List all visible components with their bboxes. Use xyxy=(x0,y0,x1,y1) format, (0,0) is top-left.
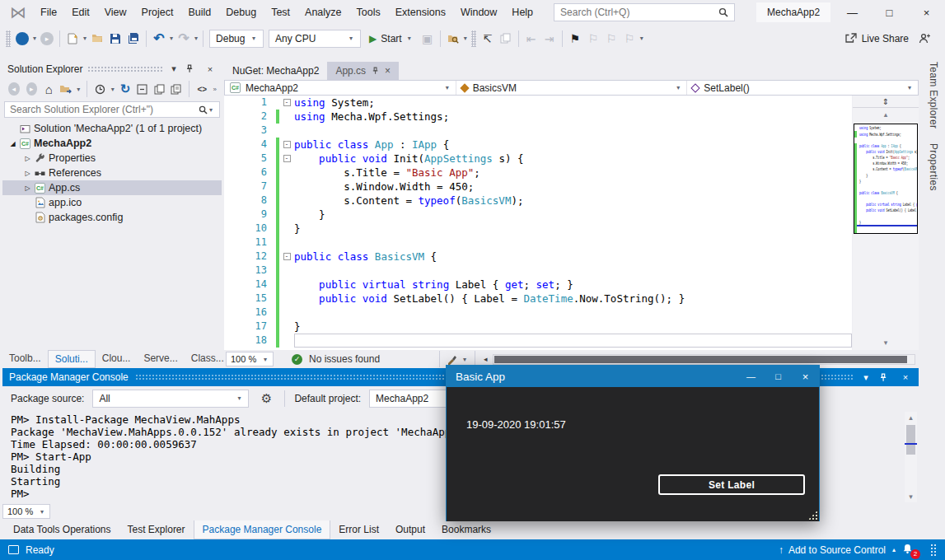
navigate-back-icon[interactable]: ◂ xyxy=(16,32,29,45)
menu-window[interactable]: Window xyxy=(453,2,504,23)
new-project-icon[interactable] xyxy=(63,30,82,48)
tree-item-app-cs[interactable]: ▷C#App.cs xyxy=(2,180,222,195)
dropdown-caret-icon[interactable]: ▾ xyxy=(193,35,199,42)
scrollbar-thumb[interactable] xyxy=(906,425,915,455)
code-text[interactable]: using Mecha.Wpf.Settings; xyxy=(294,110,852,124)
menu-debug[interactable]: Debug xyxy=(218,2,264,23)
code-text[interactable] xyxy=(294,264,852,278)
menu-build[interactable]: Build xyxy=(180,2,218,23)
toolbar-overflow-icon[interactable]: » xyxy=(212,86,218,93)
clear-bookmarks-icon[interactable]: ⚐ xyxy=(620,30,639,48)
code-line-10[interactable]: 10} xyxy=(224,222,852,236)
menu-view[interactable]: View xyxy=(97,2,134,23)
code-line-8[interactable]: 8 s.Content = typeof(BasicsVM); xyxy=(224,194,852,208)
code-editor[interactable]: 1-using System;2using Mecha.Wpf.Settings… xyxy=(224,96,852,350)
quick-search-input[interactable]: Search (Ctrl+Q) xyxy=(554,3,735,21)
code-line-3[interactable]: 3 xyxy=(224,124,852,138)
code-text[interactable]: } xyxy=(294,208,852,222)
fold-collapse-icon[interactable]: - xyxy=(283,155,291,162)
pending-changes-filter-icon[interactable] xyxy=(92,80,108,98)
increase-indent-icon[interactable]: ⇥ xyxy=(540,30,559,48)
code-text[interactable]: } xyxy=(294,222,852,236)
close-button[interactable]: × xyxy=(908,0,945,25)
close-button[interactable]: × xyxy=(792,366,819,387)
code-line-17[interactable]: 17} xyxy=(224,320,852,334)
se-back-icon[interactable]: ◂ xyxy=(8,82,20,96)
window-position-caret-icon[interactable]: ▾ xyxy=(167,63,180,74)
code-text[interactable]: } xyxy=(294,320,852,334)
tab-properties[interactable]: Properties xyxy=(928,143,939,191)
add-to-source-control-button[interactable]: Add to Source Control xyxy=(788,544,886,556)
collapsed-expander-icon[interactable]: ▷ xyxy=(22,170,33,177)
code-line-1[interactable]: 1-using System; xyxy=(224,96,852,110)
basic-app-title-bar[interactable]: Basic App — □ × xyxy=(447,366,819,387)
editor-split-handle[interactable]: ⇕ xyxy=(853,96,919,108)
notifications-bell-icon[interactable]: 2 xyxy=(902,544,917,557)
code-text[interactable]: s.Content = typeof(BasicsVM); xyxy=(294,194,852,208)
menu-file[interactable]: File xyxy=(33,2,64,23)
navigate-forward-icon[interactable]: ▸ xyxy=(40,32,54,45)
pin-icon[interactable] xyxy=(372,67,379,75)
code-line-13[interactable]: 13 xyxy=(224,264,852,278)
feedback-person-icon[interactable] xyxy=(915,30,933,48)
collapsed-expander-icon[interactable]: ▷ xyxy=(22,155,33,162)
decrease-indent-icon[interactable]: ⇤ xyxy=(522,30,540,48)
code-line-4[interactable]: 4-public class App : IApp { xyxy=(224,138,852,152)
code-line-2[interactable]: 2using Mecha.Wpf.Settings; xyxy=(224,110,852,124)
minimize-button[interactable]: — xyxy=(737,366,765,387)
package-source-dropdown[interactable]: All▾ xyxy=(92,390,249,408)
dropdown-caret-icon[interactable]: ▾ xyxy=(168,35,175,42)
attach-to-process-icon[interactable]: ▣ xyxy=(419,30,437,48)
editor-horizontal-scrollbar[interactable] xyxy=(493,354,915,365)
editor-scrollbar-column[interactable]: ⇕ ▴ using System;using Mecha.Wpf.Setting… xyxy=(853,96,919,350)
code-text[interactable]: public virtual string Label { get; set; … xyxy=(294,278,852,292)
code-text[interactable]: s.Window.Width = 450; xyxy=(294,180,852,194)
se-tab-soluti[interactable]: Soluti... xyxy=(48,350,96,368)
resize-grip[interactable] xyxy=(930,544,937,557)
code-text[interactable]: using System; xyxy=(294,96,852,110)
panel-tab-data-tools-operations[interactable]: Data Tools Operations xyxy=(5,520,119,539)
dropdown-caret-icon[interactable]: ▾ xyxy=(82,35,88,42)
basic-app-window[interactable]: Basic App — □ × 19-09-2020 19:01:57 Set … xyxy=(446,365,820,521)
switch-views-icon[interactable] xyxy=(58,80,74,98)
next-bookmark-icon[interactable]: ⚐ xyxy=(602,30,620,48)
tree-item-app-ico[interactable]: app.ico xyxy=(2,195,222,210)
tree-item-packages-config[interactable]: packages.config xyxy=(2,210,222,225)
gear-icon[interactable]: ⚙ xyxy=(257,390,275,408)
maximize-button[interactable]: □ xyxy=(871,0,908,25)
breadcrumb-project-dropdown[interactable]: C# MechaApp2 ▾ xyxy=(225,81,456,95)
scroll-down-icon[interactable]: ▾ xyxy=(905,492,917,501)
tree-item-references[interactable]: ▷References xyxy=(2,166,222,180)
code-line-12[interactable]: 12-public class BasicsVM { xyxy=(224,250,852,264)
tree-item-properties[interactable]: ▷Properties xyxy=(2,151,222,166)
toolbar-grip[interactable] xyxy=(6,30,11,47)
panel-tab-test-explorer[interactable]: Test Explorer xyxy=(119,520,194,539)
maximize-button[interactable]: □ xyxy=(765,366,792,387)
collapsed-expander-icon[interactable]: ▷ xyxy=(22,184,33,192)
menu-tools[interactable]: Tools xyxy=(349,2,388,23)
menu-edit[interactable]: Edit xyxy=(64,2,97,23)
breadcrumb-member-dropdown[interactable]: SetLabel() ▾ xyxy=(687,81,918,95)
dropdown-caret-icon[interactable]: ▾ xyxy=(31,35,38,42)
code-line-14[interactable]: 14 public virtual string Label { get; se… xyxy=(224,278,852,292)
panel-tab-output[interactable]: Output xyxy=(387,520,433,539)
se-tab-serve[interactable]: Serve... xyxy=(137,350,184,366)
menu-help[interactable]: Help xyxy=(504,2,540,23)
dropdown-caret-icon[interactable]: ▾ xyxy=(639,35,645,42)
code-text[interactable] xyxy=(294,306,852,320)
code-line-7[interactable]: 7 s.Window.Width = 450; xyxy=(224,180,852,194)
se-forward-icon[interactable]: ▸ xyxy=(26,82,38,96)
tab-app-cs[interactable]: App.cs × xyxy=(327,62,399,80)
scroll-down-icon[interactable]: ▾ xyxy=(853,338,919,347)
code-line-18[interactable]: 18 xyxy=(224,334,852,348)
code-text[interactable] xyxy=(294,334,852,348)
open-folder-icon[interactable] xyxy=(88,30,106,48)
scroll-left-icon[interactable]: ◂ xyxy=(482,355,489,363)
code-text[interactable]: public void Init(AppSettings s) { xyxy=(294,152,852,166)
scroll-up-icon[interactable]: ▴ xyxy=(905,413,917,422)
refresh-icon[interactable]: ↻ xyxy=(118,80,133,98)
tab-nuget-mechaapp2[interactable]: NuGet: MechaApp2 xyxy=(224,62,327,80)
se-tab-toolb[interactable]: Toolb... xyxy=(2,350,48,366)
close-icon[interactable]: × xyxy=(899,372,912,382)
solution-configurations-dropdown[interactable]: Debug▾ xyxy=(209,30,264,48)
